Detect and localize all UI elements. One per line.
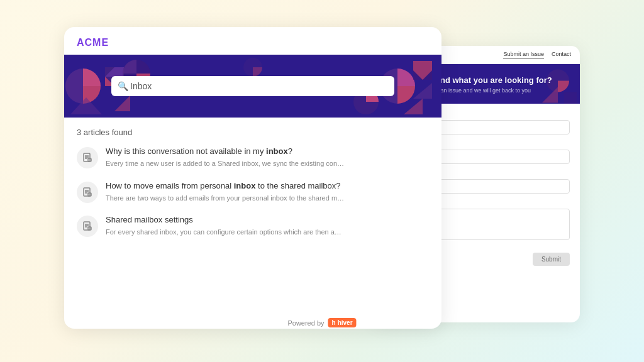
svg-marker-4 (114, 96, 130, 111)
article-icon-2 (77, 182, 98, 203)
article-content-2: How to move emails from personal inbox t… (106, 180, 345, 204)
article-icon-3 (77, 216, 98, 237)
hero-banner: 🔍 (64, 55, 441, 118)
nav-submit-issue[interactable]: Submit an Issue (503, 51, 544, 58)
hiver-badge: h hiver (328, 318, 357, 327)
powered-by-label: Powered by (287, 319, 324, 327)
article-excerpt-3: For every shared inbox, you can configur… (106, 228, 345, 237)
article-excerpt-2: There are two ways to add emails from yo… (106, 194, 345, 203)
right-panel-nav: Submit an Issue Contact (503, 51, 571, 58)
article-title-2: How to move emails from personal inbox t… (106, 180, 345, 192)
hiver-icon: h (332, 319, 336, 326)
svg-rect-29 (564, 92, 577, 104)
footer: Powered by h hiver (287, 318, 356, 327)
article-content-3: Shared mailbox settings For every shared… (106, 214, 345, 238)
article-icon-1 (77, 147, 98, 168)
articles-section: 3 articles found Why is this conversatio… (64, 118, 441, 259)
main-card: ACME (64, 27, 441, 329)
article-excerpt-1: Every time a new user is added to a Shar… (106, 159, 345, 168)
submit-button[interactable]: Submit (533, 253, 570, 266)
svg-marker-8 (413, 83, 432, 99)
nav-contact[interactable]: Contact (552, 51, 571, 58)
list-item[interactable]: Why is this conversation not available i… (77, 146, 429, 169)
article-content-1: Why is this conversation not available i… (106, 146, 345, 169)
hiver-label: hiver (338, 319, 353, 326)
list-item[interactable]: Shared mailbox settings For every shared… (77, 214, 429, 238)
article-title-1: Why is this conversation not available i… (106, 146, 345, 157)
main-card-header: ACME (64, 27, 441, 55)
search-input[interactable] (111, 76, 394, 96)
article-title-3: Shared mailbox settings (106, 214, 345, 226)
articles-count: 3 articles found (77, 128, 429, 137)
search-wrapper: 🔍 (111, 76, 394, 96)
brand-logo: ACME (77, 37, 109, 48)
search-icon: 🔍 (118, 81, 128, 91)
list-item[interactable]: How to move emails from personal inbox t… (77, 180, 429, 204)
